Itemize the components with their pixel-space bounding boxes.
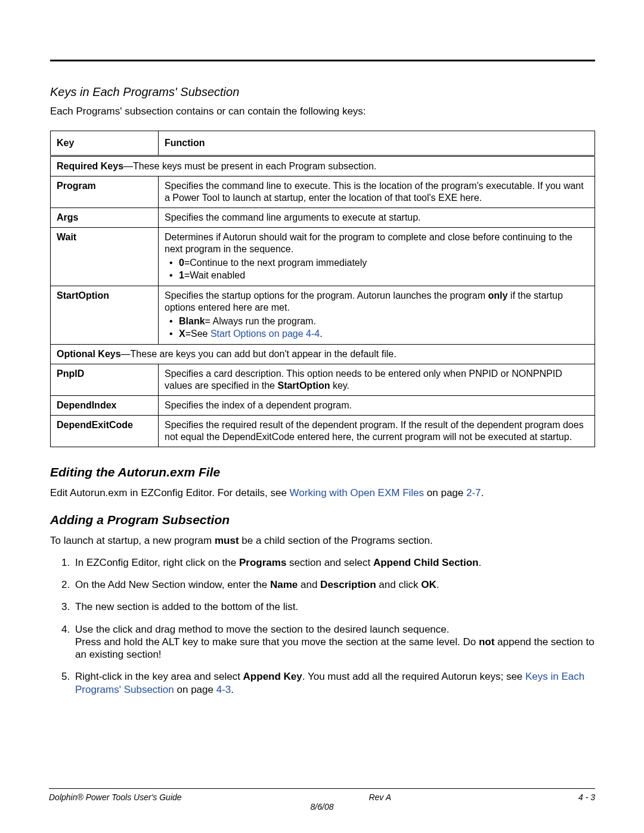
s1a: In EZConfig Editor, right click on the xyxy=(75,557,239,568)
s2g: . xyxy=(436,579,439,590)
editing-paragraph: Edit Autorun.exm in EZConfig Editor. For… xyxy=(50,487,595,499)
start-blank-rest: = Always run the program. xyxy=(205,316,316,326)
pnpid-b: StartOption xyxy=(277,380,330,391)
start-x-dot: . xyxy=(320,329,322,339)
start-x-bold: X xyxy=(179,329,185,339)
footer-left: Dolphin® Power Tools User's Guide xyxy=(49,792,182,802)
key-pnpid: PnpID xyxy=(51,364,159,396)
key-program: Program xyxy=(51,176,159,208)
optional-keys-desc: —These are keys you can add but don't ap… xyxy=(121,349,397,359)
s1b: Programs xyxy=(239,557,286,568)
footer-center: Rev A xyxy=(182,792,578,802)
s2b: Name xyxy=(270,579,298,590)
s2c: and xyxy=(298,579,320,590)
row-optional-banner: Optional Keys—These are keys you can add… xyxy=(51,345,595,364)
s2f: OK xyxy=(421,579,436,590)
section-heading-adding: Adding a Program Subsection xyxy=(50,513,595,527)
start-lead-a: Specifies the startup options for the pr… xyxy=(165,290,488,301)
row-program: Program Specifies the command line to ex… xyxy=(51,176,595,208)
s4c: not xyxy=(479,636,494,648)
s2d: Description xyxy=(320,579,376,590)
link-page-4-3[interactable]: 4-3 xyxy=(216,684,231,695)
key-dependindex: DependIndex xyxy=(51,396,159,416)
s5a: Right-click in the key area and select xyxy=(75,671,243,682)
th-key: Key xyxy=(51,131,159,156)
intro-paragraph: Each Programs' subsection contains or ca… xyxy=(50,105,595,117)
row-dependexitcode: DependExitCode Specifies the required re… xyxy=(51,416,595,447)
s4b: Press and hold the ALT key to make sure … xyxy=(75,636,479,648)
section-heading-editing: Editing the Autorun.exm File xyxy=(50,465,595,479)
edit-a: Edit Autorun.exm in EZConfig Editor. For… xyxy=(50,487,290,498)
steps-list: In EZConfig Editor, right click on the P… xyxy=(50,556,595,696)
step-2: On the Add New Section window, enter the… xyxy=(73,578,595,591)
s2a: On the Add New Section window, enter the xyxy=(75,579,270,590)
fn-wait: Determines if Autorun should wait for th… xyxy=(159,228,595,286)
wait-lead: Determines if Autorun should wait for th… xyxy=(165,232,572,254)
row-required-banner: Required Keys—These keys must be present… xyxy=(51,156,595,176)
footer-date: 8/6/08 xyxy=(49,802,595,812)
start-only: only xyxy=(488,290,508,301)
required-keys-label: Required Keys xyxy=(57,161,123,171)
wait-1-bold: 1 xyxy=(179,270,184,280)
key-startoption: StartOption xyxy=(51,286,159,345)
fn-pnpid: Specifies a card description. This optio… xyxy=(159,364,595,396)
row-dependindex: DependIndex Specifies the index of a dep… xyxy=(51,396,595,416)
footer-right: 4 - 3 xyxy=(578,792,595,802)
page-footer: Dolphin® Power Tools User's Guide Rev A … xyxy=(49,788,595,812)
s1c: section and select xyxy=(286,557,373,568)
row-startoption: StartOption Specifies the startup option… xyxy=(51,286,595,345)
s1e: . xyxy=(478,557,481,568)
key-dependexitcode: DependExitCode xyxy=(51,416,159,447)
optional-keys-label: Optional Keys xyxy=(57,349,121,359)
step-3: The new section is added to the bottom o… xyxy=(73,600,595,613)
row-pnpid: PnpID Specifies a card description. This… xyxy=(51,364,595,396)
s5b: Append Key xyxy=(243,671,302,682)
pnpid-c: key. xyxy=(330,380,349,391)
row-args: Args Specifies the command line argument… xyxy=(51,208,595,228)
required-keys-desc: —These keys must be present in each Prog… xyxy=(123,161,376,171)
s5e: . xyxy=(231,684,234,695)
wait-1-rest: =Wait enabled xyxy=(184,270,245,280)
s2e: and click xyxy=(376,579,422,590)
s4a: Use the click and drag method to move th… xyxy=(75,624,450,635)
s5d: on page xyxy=(174,684,216,695)
step-4: Use the click and drag method to move th… xyxy=(73,623,595,661)
section-heading-keys: Keys in Each Programs' Subsection xyxy=(50,85,595,99)
keys-table: Key Function Required Keys—These keys mu… xyxy=(50,131,595,447)
add-must: must xyxy=(215,535,239,546)
edit-dot: . xyxy=(481,487,484,498)
wait-0-rest: =Continue to the next program immediatel… xyxy=(184,258,367,268)
fn-args: Specifies the command line arguments to … xyxy=(159,208,595,228)
link-page-2-7[interactable]: 2-7 xyxy=(466,487,481,498)
start-blank-bold: Blank xyxy=(179,316,205,326)
fn-dependindex: Specifies the index of a dependent progr… xyxy=(159,396,595,416)
th-function: Function xyxy=(159,131,595,156)
fn-startoption: Specifies the startup options for the pr… xyxy=(159,286,595,345)
row-wait: Wait Determines if Autorun should wait f… xyxy=(51,228,595,286)
link-start-options[interactable]: Start Options on page 4-4 xyxy=(210,329,320,339)
fn-program: Specifies the command line to execute. T… xyxy=(159,176,595,208)
add-c: be a child section of the Programs secti… xyxy=(239,535,433,546)
start-x-eq: =See xyxy=(185,329,210,339)
link-working-exm[interactable]: Working with Open EXM Files xyxy=(290,487,424,498)
step-5: Right-click in the key area and select A… xyxy=(73,670,595,696)
footer-rule xyxy=(49,788,595,789)
s1d: Append Child Section xyxy=(373,557,479,568)
wait-0-bold: 0 xyxy=(179,258,184,268)
s5c: . You must add all the required Autorun … xyxy=(302,671,525,682)
pnpid-a: Specifies a card description. This optio… xyxy=(165,368,562,391)
header-rule xyxy=(50,60,595,61)
step-1: In EZConfig Editor, right click on the P… xyxy=(73,556,595,569)
key-wait: Wait xyxy=(51,228,159,286)
adding-intro: To launch at startup, a new program must… xyxy=(50,534,595,547)
add-a: To launch at startup, a new program xyxy=(50,535,215,546)
fn-dependexitcode: Specifies the required result of the dep… xyxy=(159,416,595,447)
edit-b: on page xyxy=(424,487,466,498)
key-args: Args xyxy=(51,208,159,228)
